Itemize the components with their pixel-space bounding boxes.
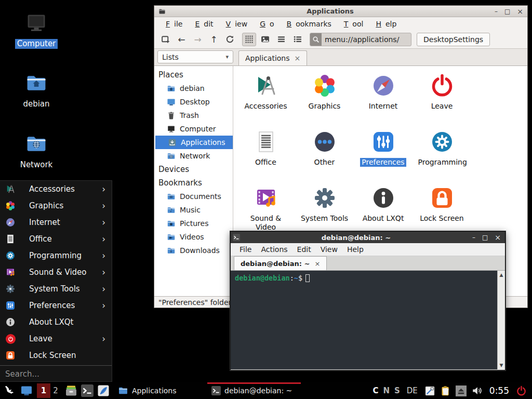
desktop-icon-computer[interactable]: Computer bbox=[9, 11, 63, 49]
menu-go[interactable]: Go bbox=[251, 20, 278, 28]
menu-file[interactable]: File bbox=[157, 20, 187, 28]
clipboard-tray-icon[interactable] bbox=[440, 385, 451, 396]
sidebar-item-desktop[interactable]: Desktop bbox=[154, 95, 233, 109]
menu-bookmarks[interactable]: Bookmarks bbox=[278, 20, 336, 28]
grid-item-other[interactable]: Other bbox=[295, 125, 354, 181]
tab-close-icon[interactable]: × bbox=[314, 260, 320, 268]
feather-icon bbox=[97, 384, 110, 397]
sidebar-item-debian[interactable]: debian bbox=[154, 82, 233, 95]
address-bar[interactable]: menu://applications/ bbox=[310, 33, 411, 46]
grid-item-about-lxqt[interactable]: About LXQt bbox=[354, 181, 413, 237]
menu-item-leave[interactable]: Leave › bbox=[0, 330, 112, 347]
removable-media-tray-icon[interactable] bbox=[456, 385, 467, 396]
grid-item-preferences[interactable]: Preferences bbox=[354, 125, 413, 181]
compact-view-button[interactable] bbox=[274, 33, 288, 46]
volume-icon[interactable] bbox=[471, 385, 483, 396]
menu-view[interactable]: View bbox=[218, 20, 252, 28]
grid-item-programming[interactable]: Programming bbox=[413, 125, 471, 181]
featherpad-launcher[interactable] bbox=[97, 384, 110, 397]
grid-item-accessories[interactable]: Accessories bbox=[236, 69, 295, 125]
detailed-view-button[interactable] bbox=[290, 33, 304, 46]
menu-actions[interactable]: Actions bbox=[256, 245, 292, 254]
terminal-launcher[interactable] bbox=[81, 384, 94, 397]
grid-item-office[interactable]: Office bbox=[236, 125, 295, 181]
close-icon[interactable]: × bbox=[517, 8, 523, 15]
folder-icon bbox=[118, 385, 128, 396]
menu-edit[interactable]: Edit bbox=[292, 245, 316, 254]
menu-item-system-tools[interactable]: System Tools › bbox=[0, 281, 112, 297]
tab-applications[interactable]: Applications × bbox=[238, 50, 307, 65]
desktop-icon-network[interactable]: Network bbox=[9, 132, 63, 170]
menu-tool[interactable]: Tool bbox=[336, 20, 368, 28]
back-button[interactable]: ← bbox=[175, 33, 189, 46]
file-manager-launcher[interactable] bbox=[65, 384, 77, 397]
submenu-arrow-icon: › bbox=[102, 267, 105, 277]
sidebar-item-computer[interactable]: Computer bbox=[154, 122, 233, 136]
task-button-applications[interactable]: Applications bbox=[114, 382, 207, 399]
about-icon bbox=[5, 317, 16, 327]
menu-item-about-lxqt[interactable]: About LXQt bbox=[0, 314, 112, 330]
desktop-settings-button[interactable]: DesktopSettings bbox=[417, 33, 490, 46]
terminal-content[interactable]: debian@debian:~$ ▲ ▼ bbox=[231, 271, 505, 369]
menu-item-sound-video[interactable]: Sound & Video › bbox=[0, 264, 112, 281]
close-icon[interactable]: × bbox=[495, 234, 501, 241]
power-button[interactable] bbox=[516, 385, 527, 396]
system-tools-icon bbox=[312, 185, 337, 210]
keyboard-layout-indicator[interactable]: DE bbox=[407, 386, 418, 395]
sidebar-item-applications[interactable]: Applications bbox=[155, 136, 233, 149]
menu-help[interactable]: Help bbox=[342, 245, 368, 254]
menu-help[interactable]: Help bbox=[367, 20, 401, 28]
sidebar-item-network[interactable]: Network bbox=[154, 149, 233, 163]
maximize-icon[interactable]: □ bbox=[482, 234, 488, 241]
clock[interactable]: 0:55 bbox=[489, 385, 509, 396]
thumbnail-view-button[interactable] bbox=[258, 33, 272, 46]
sidebar-item-downloads[interactable]: ↓ Downloads bbox=[154, 244, 233, 257]
grid-item-internet[interactable]: Internet bbox=[354, 69, 413, 125]
sidebar-item-documents[interactable]: ≡ Documents bbox=[154, 190, 233, 203]
terminal-scrollbar[interactable]: ▲ ▼ bbox=[497, 271, 505, 369]
workspace-1-button[interactable]: 1 bbox=[37, 383, 50, 398]
minimize-icon[interactable]: – bbox=[495, 8, 498, 15]
fm-titlebar[interactable]: Applications – □ × bbox=[154, 6, 527, 17]
menu-item-preferences[interactable]: Preferences › bbox=[0, 297, 112, 314]
minimize-icon[interactable]: – bbox=[472, 234, 475, 241]
menu-item-internet[interactable]: Internet › bbox=[0, 214, 112, 231]
grid-item-leave[interactable]: Leave bbox=[413, 69, 471, 125]
task-button-terminal[interactable]: debian@debian: ~ bbox=[207, 382, 301, 399]
up-button[interactable]: ↑ bbox=[207, 33, 221, 46]
menu-file[interactable]: File bbox=[235, 245, 256, 254]
menu-view[interactable]: View bbox=[316, 245, 342, 254]
desktop-icon-debian[interactable]: debian bbox=[9, 72, 63, 109]
new-tab-button[interactable] bbox=[158, 33, 172, 46]
forward-button[interactable]: → bbox=[191, 33, 205, 46]
menu-item-accessories[interactable]: Accessories › bbox=[0, 181, 112, 197]
maximize-icon[interactable]: □ bbox=[504, 8, 510, 15]
menu-item-lock-screen[interactable]: Lock Screen bbox=[0, 347, 112, 364]
app-menu-button[interactable] bbox=[3, 384, 17, 397]
lists-combobox[interactable]: Lists ▾ bbox=[157, 50, 233, 63]
scroll-up-icon[interactable]: ▲ bbox=[500, 271, 503, 279]
tab-close-icon[interactable]: × bbox=[295, 54, 301, 62]
workspace-2-button[interactable]: 2 bbox=[50, 383, 61, 398]
menu-item-programming[interactable]: Programming › bbox=[0, 247, 112, 264]
show-desktop-button[interactable] bbox=[20, 384, 33, 397]
menu-item-graphics[interactable]: Graphics › bbox=[0, 197, 112, 214]
menu-search-input[interactable] bbox=[0, 367, 112, 381]
sidebar-item-trash[interactable]: Trash bbox=[154, 109, 233, 122]
icon-view-button[interactable] bbox=[242, 33, 256, 46]
terminal-window-title: debian@debian: ~ bbox=[240, 234, 472, 242]
terminal-tab[interactable]: debian@debian: ~ × bbox=[234, 256, 327, 270]
grid-item-lock-screen[interactable]: Lock Screen bbox=[413, 181, 471, 237]
terminal-titlebar[interactable]: debian@debian: ~ – □ × bbox=[231, 232, 505, 243]
sidebar-item-music[interactable]: ♪ Music bbox=[154, 203, 233, 217]
scroll-down-icon[interactable]: ▼ bbox=[500, 361, 503, 369]
grid-item-system-tools[interactable]: System Tools bbox=[295, 181, 354, 237]
screenshot-tray-icon[interactable] bbox=[424, 385, 435, 396]
menu-edit[interactable]: Edit bbox=[187, 20, 217, 28]
menu-item-office[interactable]: Office › bbox=[0, 231, 112, 247]
reload-button[interactable] bbox=[223, 33, 237, 46]
sidebar-item-videos[interactable]: ► Videos bbox=[154, 230, 233, 244]
grid-item-sound-video[interactable]: Sound & Video bbox=[236, 181, 295, 237]
grid-item-graphics[interactable]: Graphics bbox=[295, 69, 354, 125]
sidebar-item-pictures[interactable]: ▪ Pictures bbox=[154, 217, 233, 230]
